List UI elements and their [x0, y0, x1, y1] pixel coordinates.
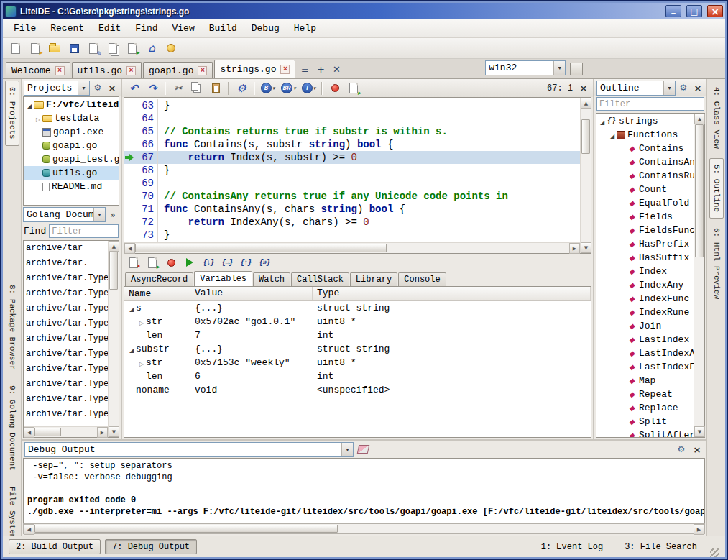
editor-hscrollbar[interactable] — [124, 242, 580, 253]
menu-item-debug[interactable]: Debug — [245, 21, 286, 36]
godoc-list-item[interactable]: archive/tar.TypeReg — [24, 362, 108, 377]
variable-row-noname[interactable]: nonamevoid<unspecified> — [124, 383, 591, 397]
tree-expander-icon[interactable] — [127, 303, 136, 313]
scroll-down-button[interactable] — [581, 242, 591, 253]
tree-expander-icon[interactable] — [137, 316, 146, 327]
menu-item-recent[interactable]: Recent — [44, 21, 91, 36]
side-tab-4-class-view[interactable]: 4: Class View — [709, 81, 724, 155]
tree-expander-icon[interactable] — [127, 344, 136, 354]
panel-menu-gear-icon[interactable] — [91, 81, 104, 94]
line-number[interactable]: 73 — [134, 229, 157, 242]
tab-list-icon[interactable]: ≡ — [297, 61, 313, 77]
outline-item-lastindexany[interactable]: ◆LastIndexAny — [596, 346, 694, 360]
step-out-icon[interactable]: {↑} — [237, 254, 254, 271]
outline-item-hassuffix[interactable]: ◆HasSuffix — [596, 251, 694, 265]
scroll-left-button[interactable] — [24, 524, 34, 535]
variable-row-str[interactable]: str0x57153c "weekly"uint8 * — [124, 356, 591, 369]
titlebar[interactable]: LiteIDE - C:\Go\src\pkg\strings\strings.… — [3, 3, 725, 19]
line-number[interactable]: 69 — [134, 177, 157, 190]
scroll-left-button[interactable] — [124, 243, 135, 254]
tree-expander-icon[interactable] — [137, 357, 146, 368]
outline-item-indexrune[interactable]: ◆IndexRune — [596, 306, 694, 319]
code-line-66[interactable]: 66func Contains(s, substr string) bool { — [124, 138, 580, 151]
line-number[interactable]: 68 — [134, 164, 157, 177]
code-line-68[interactable]: 68} — [124, 164, 580, 177]
update-view-icon[interactable]: ▸ — [144, 254, 161, 271]
resize-grip-icon[interactable] — [710, 548, 719, 557]
close-button[interactable] — [707, 5, 723, 17]
status-button-1-event-log[interactable]: 1: Event Log — [534, 539, 610, 554]
side-tab-0-projects[interactable]: 0: Projects — [5, 81, 19, 146]
code-line-71[interactable]: 71func ContainsAny(s, chars string) bool… — [124, 203, 580, 216]
line-number[interactable]: 72 — [134, 216, 157, 229]
output-hscrollbar[interactable] — [23, 523, 705, 534]
variable-row-substr[interactable]: substr{...}struct string — [124, 342, 591, 356]
godoc-list-item[interactable]: archive/tar.TypeDir — [24, 316, 108, 331]
overflow-chevron-icon[interactable] — [106, 208, 119, 221]
tree-expander-icon[interactable] — [34, 113, 42, 124]
code-line-72[interactable]: 72 return IndexAny(s, chars) >= 0 — [124, 216, 580, 229]
line-number[interactable]: 70 — [134, 190, 157, 203]
combo-dropdown-icon[interactable] — [93, 208, 105, 221]
stop-debug-icon[interactable] — [162, 254, 180, 271]
godoc-list-item[interactable]: archive/tar.TypeXG — [24, 407, 108, 422]
godoc-list-item[interactable]: archive/tar.TypeCo — [24, 301, 108, 316]
show-current-line-icon[interactable]: • — [125, 254, 142, 271]
outline-item-containsrune[interactable]: ◆ContainsRune — [596, 169, 694, 183]
scroll-right-button[interactable] — [97, 427, 108, 438]
editor-close-icon[interactable] — [577, 82, 590, 95]
outline-item-repeat[interactable]: ◆Repeat — [596, 387, 694, 401]
godoc-list-item[interactable]: archive/tar.TypeCh — [24, 286, 108, 301]
outline-item-lastindex[interactable]: ◆LastIndex — [596, 333, 694, 346]
redo-icon[interactable]: ↷ — [144, 80, 161, 97]
side-tab-5-outline[interactable]: 5: Outline — [709, 158, 724, 219]
variable-row-len[interactable]: len6int — [124, 369, 591, 383]
menu-item-file[interactable]: File — [7, 21, 42, 36]
edit-env-button[interactable] — [570, 63, 583, 75]
output-lines[interactable]: -sep=", ": setup separators -v=false: ve… — [23, 458, 705, 523]
save-file-icon[interactable] — [65, 40, 83, 57]
godoc-list-item[interactable]: archive/tar.TypeSy — [24, 392, 108, 407]
code-line-65[interactable]: 65// Contains returns true if substr is … — [124, 125, 580, 138]
vars-column-type[interactable]: Type — [313, 287, 591, 300]
scroll-up-button[interactable] — [109, 241, 119, 252]
variable-row-str[interactable]: str0x5702ac "go1.0.1"uint8 * — [124, 315, 591, 329]
code-line-64[interactable]: 64 — [124, 112, 580, 125]
options-icon[interactable] — [162, 40, 180, 57]
panel-close-icon[interactable] — [691, 443, 704, 456]
project-tree-item-goapi-test-go[interactable]: goapi_test.go — [24, 152, 119, 166]
tab-welcome[interactable]: Welcome× — [6, 62, 70, 78]
godoc-list-item[interactable]: archive/tar — [24, 241, 108, 256]
tree-expander-icon[interactable] — [598, 116, 607, 127]
line-number[interactable]: 67 — [134, 151, 157, 164]
variable-row-len[interactable]: len7int — [124, 329, 591, 342]
step-into-icon[interactable]: {↓} — [200, 254, 217, 271]
outline-item-fieldsfunc[interactable]: ◆FieldsFunc — [596, 224, 694, 237]
outline-item-indexfunc[interactable]: ◆IndexFunc — [596, 292, 694, 306]
code-line-69[interactable]: 69 — [124, 177, 580, 190]
menu-item-find[interactable]: Find — [129, 21, 164, 36]
editor-vscrollbar[interactable] — [580, 98, 591, 253]
project-tree-item-testdata[interactable]: testdata — [24, 111, 119, 125]
minimize-button[interactable] — [665, 5, 681, 17]
project-tree-item-utils-go[interactable]: utils.go — [24, 166, 119, 180]
add-tab-icon[interactable]: + — [313, 61, 328, 77]
close-tab-icon[interactable]: × — [55, 66, 65, 75]
godoc-list-item[interactable]: archive/tar.TypeReg — [24, 377, 108, 392]
godoc-list-item[interactable]: archive/tar.TypeFif — [24, 331, 108, 346]
vars-column-name[interactable]: Name — [124, 287, 190, 300]
project-tree-item-readme-md[interactable]: README.md — [24, 180, 119, 193]
scroll-right-button[interactable] — [694, 524, 704, 535]
close-tab-icon[interactable]: × — [198, 66, 207, 75]
start-debug-icon[interactable] — [326, 80, 344, 97]
outline-item-index[interactable]: ◆Index — [596, 265, 694, 278]
outline-item-join[interactable]: ◆Join — [596, 319, 694, 333]
export-icon[interactable]: ▸ — [345, 80, 362, 97]
menu-item-build[interactable]: Build — [203, 21, 244, 36]
outline-item-equalfold[interactable]: ◆EqualFold — [596, 196, 694, 210]
outline-item-containsany[interactable]: ◆ContainsAny — [596, 155, 694, 169]
paste-icon[interactable] — [207, 80, 224, 97]
line-number[interactable]: 71 — [134, 203, 157, 216]
line-number[interactable]: 64 — [134, 112, 157, 125]
outline-item-lastindexfunc[interactable]: ◆LastIndexFunc — [596, 360, 694, 374]
